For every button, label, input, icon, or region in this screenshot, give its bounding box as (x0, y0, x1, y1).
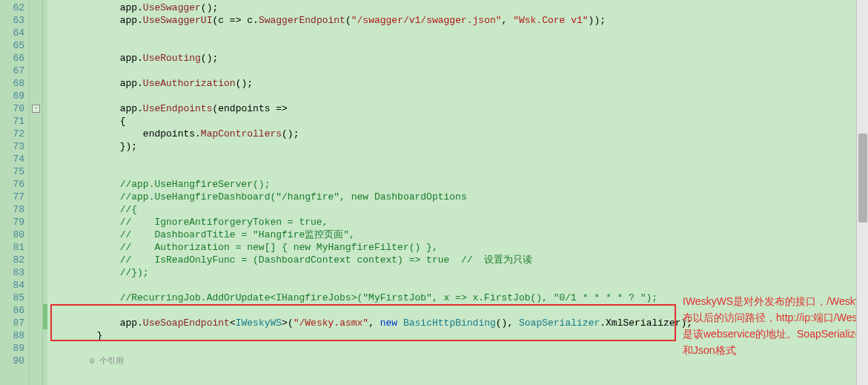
code-line[interactable] (50, 153, 868, 165)
annotation-text: IWeskyWS是对外发布的接口，/Wesky.asmx是发布以后的访问路径，h… (683, 293, 868, 358)
line-number: 77 (1, 191, 24, 203)
code-line[interactable]: //{ (50, 203, 868, 216)
code-line[interactable]: // IsReadOnlyFunc = (DashboardContext co… (50, 254, 868, 266)
code-line[interactable]: //}); (50, 266, 868, 279)
line-number: 78 (1, 203, 24, 216)
codelens-reference[interactable]: 0 个引用 (50, 357, 124, 366)
line-number: 69 (1, 90, 24, 102)
vertical-scrollbar[interactable] (856, 0, 868, 385)
line-number: 70 (1, 102, 24, 115)
code-line[interactable]: // Authorization = new[] { new MyHangfir… (50, 241, 868, 254)
code-line[interactable] (50, 65, 868, 77)
line-number: 84 (1, 279, 24, 292)
line-number: 82 (1, 254, 24, 266)
line-number: 90 (1, 355, 24, 367)
code-line[interactable]: app.UseRouting(); (50, 52, 868, 65)
code-line[interactable] (50, 279, 868, 292)
code-line[interactable] (50, 90, 868, 102)
line-number: 73 (1, 140, 24, 153)
line-number: 86 (1, 304, 24, 317)
line-number-gutter: 6263646566676869707172737475767778798081… (0, 0, 30, 385)
code-line[interactable]: // DashboardTitle = "Hangfire监控页面", (50, 228, 868, 241)
code-editor[interactable]: app.UseSwagger(); app.UseSwaggerUI(c => … (47, 0, 868, 385)
line-number: 76 (1, 178, 24, 191)
line-number: 64 (1, 27, 24, 39)
line-number: 74 (1, 153, 24, 165)
code-line[interactable]: //app.UseHangfireServer(); (50, 178, 868, 191)
code-line[interactable] (50, 27, 868, 39)
line-number: 72 (1, 128, 24, 140)
code-line[interactable]: // IgnoreAntiforgeryToken = true, (50, 216, 868, 228)
line-number: 85 (1, 292, 24, 304)
line-number: 71 (1, 115, 24, 128)
code-line[interactable]: endpoints.MapControllers(); (50, 128, 868, 140)
code-line[interactable]: app.UseAuthorization(); (50, 77, 868, 90)
line-number: 87 (1, 317, 24, 329)
line-number: 65 (1, 39, 24, 52)
line-number: 68 (1, 77, 24, 90)
scrollbar-thumb[interactable] (858, 134, 867, 223)
code-line[interactable]: { (50, 115, 868, 128)
line-number: 88 (1, 329, 24, 342)
fold-toggle-icon[interactable]: - (32, 105, 40, 113)
line-number: 67 (1, 65, 24, 77)
code-line[interactable]: app.UseSwagger(); (50, 1, 868, 14)
fold-gutter: - (30, 0, 43, 385)
line-number: 62 (1, 1, 24, 14)
code-line[interactable] (50, 165, 868, 178)
line-number: 75 (1, 165, 24, 178)
code-line[interactable]: app.UseSwaggerUI(c => c.SwaggerEndpoint(… (50, 14, 868, 27)
line-number: 80 (1, 228, 24, 241)
line-number: 79 (1, 216, 24, 228)
line-number: 63 (1, 14, 24, 27)
code-line[interactable]: //app.UseHangfireDashboard("/hangfire", … (50, 191, 868, 203)
line-number: 83 (1, 266, 24, 279)
line-number: 81 (1, 241, 24, 254)
code-line[interactable]: app.UseEndpoints(endpoints => (50, 102, 868, 115)
line-number: 66 (1, 52, 24, 65)
code-line[interactable] (50, 39, 868, 52)
code-line[interactable]: }); (50, 140, 868, 153)
line-number: 89 (1, 342, 24, 355)
